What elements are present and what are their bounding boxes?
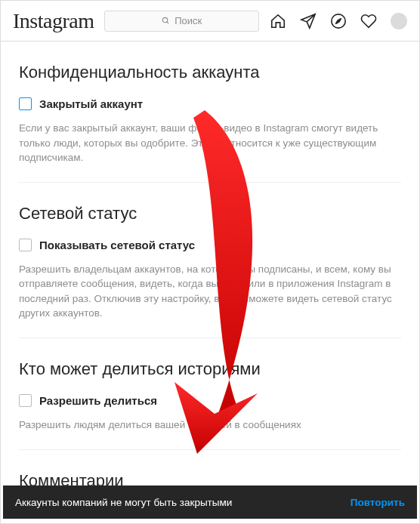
search-placeholder: Поиск: [174, 15, 202, 26]
story-share-label: Разрешить делиться: [39, 394, 157, 407]
nav-icons: [270, 13, 407, 29]
private-account-label: Закрытый аккаунт: [39, 97, 143, 110]
search-input[interactable]: Поиск: [104, 11, 259, 32]
toast-message: Аккаунты компаний не могут быть закрытым…: [15, 497, 232, 508]
top-bar: Instagram Поиск: [1, 1, 419, 42]
story-share-row[interactable]: Разрешить делиться: [19, 394, 401, 407]
privacy-desc: Если у вас закрытый аккаунт, ваши фото и…: [19, 121, 401, 165]
svg-point-0: [163, 17, 168, 22]
activity-status-label: Показывать сетевой статус: [39, 239, 195, 251]
heart-icon[interactable]: [360, 13, 377, 29]
story-desc: Разрешить людям делиться вашей историей …: [19, 418, 401, 433]
activity-section: Сетевой статус Показывать сетевой статус…: [19, 183, 401, 338]
privacy-section: Конфиденциальность аккаунта Закрытый акк…: [19, 42, 401, 183]
home-icon[interactable]: [270, 13, 286, 29]
activity-status-row[interactable]: Показывать сетевой статус: [19, 239, 401, 251]
activity-desc: Разрешить владельцам аккаунтов, на котор…: [19, 262, 401, 321]
svg-line-1: [167, 22, 168, 23]
private-account-row[interactable]: Закрытый аккаунт: [19, 97, 401, 110]
activity-title: Сетевой статус: [19, 204, 401, 223]
activity-status-checkbox[interactable]: [19, 239, 32, 251]
instagram-logo[interactable]: Instagram: [13, 9, 94, 33]
messages-icon[interactable]: [300, 13, 317, 29]
svg-marker-3: [335, 18, 341, 23]
story-section: Кто может делиться историями Разрешить д…: [19, 338, 401, 450]
explore-icon[interactable]: [330, 13, 347, 29]
story-title: Кто может делиться историями: [19, 359, 401, 379]
toast-notification: Аккаунты компаний не могут быть закрытым…: [3, 485, 417, 519]
avatar[interactable]: [391, 13, 407, 29]
toast-retry-button[interactable]: Повторить: [351, 497, 405, 508]
story-share-checkbox[interactable]: [19, 394, 32, 407]
private-account-checkbox[interactable]: [19, 97, 32, 110]
search-icon: [162, 17, 170, 25]
settings-content: Конфиденциальность аккаунта Закрытый акк…: [1, 42, 419, 513]
privacy-title: Конфиденциальность аккаунта: [19, 63, 401, 82]
